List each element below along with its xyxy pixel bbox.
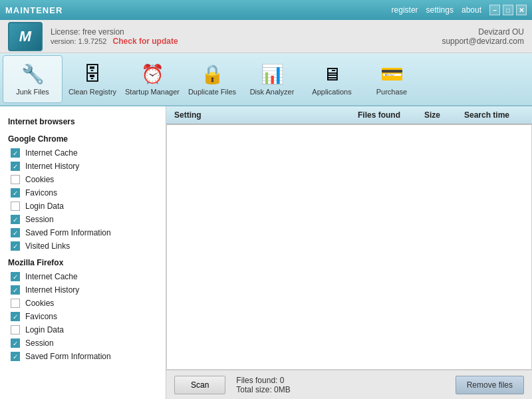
disk-analyzer-icon: 📊 bbox=[261, 63, 284, 85]
scan-button[interactable]: Scan bbox=[174, 376, 225, 394]
remove-files-button[interactable]: Remove files bbox=[456, 376, 524, 394]
item-label: Internet History bbox=[25, 285, 79, 295]
close-button[interactable]: ✕ bbox=[516, 5, 527, 15]
window-controls: – □ ✕ bbox=[489, 5, 527, 15]
junk-files-label: Junk Files bbox=[16, 88, 49, 96]
minimize-button[interactable]: – bbox=[489, 5, 500, 15]
logo-text: M bbox=[19, 28, 31, 45]
checkbox[interactable]: ✓ bbox=[11, 148, 20, 158]
list-item[interactable]: ✓Saved Form Information bbox=[0, 226, 166, 239]
list-item[interactable]: ✓Internet Cache bbox=[0, 270, 166, 283]
register-link[interactable]: register bbox=[392, 5, 418, 15]
col-header-time: Search time bbox=[464, 110, 524, 120]
stats-area: Files found: 0 Total size: 0MB bbox=[236, 376, 290, 394]
list-item[interactable]: ✓Internet History bbox=[0, 160, 166, 173]
toolbar-disk-analyzer[interactable]: 📊 Disk Analyzer bbox=[242, 55, 302, 103]
checkbox[interactable]: ✓ bbox=[11, 215, 20, 224]
titlebar: MAINTENER register settings about – □ ✕ bbox=[0, 0, 532, 20]
toolbar-junk-files[interactable]: 🔧 Junk Files bbox=[3, 55, 63, 103]
total-size-stat: Total size: 0MB bbox=[236, 385, 290, 394]
settings-link[interactable]: settings bbox=[426, 5, 454, 15]
company-info: Devizard OU support@devizard.com bbox=[442, 27, 524, 46]
list-item[interactable]: ✓Favicons bbox=[0, 310, 166, 323]
list-item[interactable]: ✓Session bbox=[0, 213, 166, 226]
toolbar-startup-manager[interactable]: ⏰ Startup Manager bbox=[122, 55, 182, 103]
startup-manager-icon: ⏰ bbox=[141, 63, 164, 85]
item-label: Internet History bbox=[25, 162, 79, 171]
license-line1: License: free version bbox=[51, 27, 442, 37]
col-header-files: Files found bbox=[358, 110, 424, 120]
item-label: Saved Form Information bbox=[25, 352, 111, 361]
duplicate-files-label: Duplicate Files bbox=[188, 88, 236, 96]
about-link[interactable]: about bbox=[462, 5, 481, 15]
toolbar-clean-registry[interactable]: 🗄 Clean Registry bbox=[63, 55, 122, 103]
checkbox[interactable]: ✓ bbox=[11, 338, 20, 348]
titlebar-links: register settings about bbox=[392, 5, 481, 15]
checkbox[interactable]: ✓ bbox=[11, 285, 20, 295]
col-header-setting: Setting bbox=[174, 110, 358, 120]
app-title: MAINTENER bbox=[5, 5, 392, 15]
toolbar-applications[interactable]: 🖥 Applications bbox=[302, 55, 362, 103]
item-label: Cookies bbox=[25, 299, 54, 308]
list-item[interactable]: ✓Visited Links bbox=[0, 239, 166, 253]
item-label: Internet Cache bbox=[25, 272, 78, 281]
files-found-stat: Files found: 0 bbox=[236, 376, 290, 385]
license-info: License: free version version: 1.9.7252 … bbox=[51, 27, 442, 46]
item-label: Cookies bbox=[25, 175, 54, 184]
checkbox[interactable]: ✓ bbox=[11, 272, 20, 281]
item-label: Session bbox=[25, 338, 54, 348]
sidebar-section-title: Internet browsers bbox=[0, 112, 166, 129]
checkbox[interactable]: ✓ bbox=[11, 162, 20, 171]
item-label: Internet Cache bbox=[25, 148, 78, 158]
maximize-button[interactable]: □ bbox=[503, 5, 513, 15]
browser-title: Google Chrome bbox=[0, 129, 166, 146]
company-name: Devizard OU bbox=[442, 27, 524, 37]
sidebar-section: Internet browsersGoogle Chrome✓Internet … bbox=[0, 112, 166, 363]
check-update-link[interactable]: Check for update bbox=[113, 37, 178, 46]
item-label: Login Data bbox=[25, 201, 64, 211]
clean-registry-label: Clean Registry bbox=[68, 88, 116, 96]
right-panel: Setting Files found Size Search time Sca… bbox=[166, 106, 532, 399]
list-item[interactable]: ✓Favicons bbox=[0, 186, 166, 200]
clean-registry-icon: 🗄 bbox=[83, 63, 102, 85]
browser-title: Mozilla Firefox bbox=[0, 253, 166, 270]
list-item[interactable]: Cookies bbox=[0, 297, 166, 310]
checkbox[interactable]: ✓ bbox=[11, 241, 20, 251]
list-item[interactable]: ✓Session bbox=[0, 336, 166, 350]
toolbar: 🔧 Junk Files 🗄 Clean Registry ⏰ Startup … bbox=[0, 53, 532, 106]
app-logo: M bbox=[8, 22, 43, 51]
junk-files-icon: 🔧 bbox=[21, 63, 45, 85]
checkbox[interactable]: ✓ bbox=[11, 312, 20, 321]
license-line2: version: 1.9.7252 Check for update bbox=[51, 37, 442, 46]
list-item[interactable]: Login Data bbox=[0, 200, 166, 213]
disk-analyzer-label: Disk Analyzer bbox=[250, 88, 295, 96]
list-item[interactable]: Login Data bbox=[0, 323, 166, 336]
checkbox[interactable]: ✓ bbox=[11, 188, 20, 198]
version-text: version: 1.9.7252 bbox=[51, 37, 106, 45]
table-header: Setting Files found Size Search time bbox=[166, 106, 532, 124]
list-item[interactable]: ✓Internet History bbox=[0, 283, 166, 297]
checkbox[interactable] bbox=[11, 201, 20, 211]
list-item[interactable]: Cookies bbox=[0, 173, 166, 186]
checkbox[interactable]: ✓ bbox=[11, 228, 20, 237]
applications-icon: 🖥 bbox=[323, 63, 341, 85]
toolbar-purchase[interactable]: 💳 Purchase bbox=[362, 55, 422, 103]
checkbox[interactable]: ✓ bbox=[11, 352, 20, 361]
list-item[interactable]: ✓Internet Cache bbox=[0, 146, 166, 160]
toolbar-duplicate-files[interactable]: 🔒 Duplicate Files bbox=[182, 55, 242, 103]
purchase-label: Purchase bbox=[376, 88, 407, 96]
item-label: Session bbox=[25, 215, 54, 224]
item-label: Visited Links bbox=[25, 241, 70, 251]
col-header-size: Size bbox=[424, 110, 464, 120]
main-content: Internet browsersGoogle Chrome✓Internet … bbox=[0, 106, 532, 399]
item-label: Favicons bbox=[25, 312, 57, 321]
checkbox[interactable] bbox=[11, 299, 20, 308]
checkbox[interactable] bbox=[11, 325, 20, 334]
license-bar: M License: free version version: 1.9.725… bbox=[0, 20, 532, 53]
checkbox[interactable] bbox=[11, 175, 20, 184]
sidebar: Internet browsersGoogle Chrome✓Internet … bbox=[0, 106, 166, 399]
item-label: Saved Form Information bbox=[25, 228, 111, 237]
list-item[interactable]: ✓Saved Form Information bbox=[0, 350, 166, 363]
table-body bbox=[166, 124, 532, 370]
company-email: support@devizard.com bbox=[442, 37, 524, 46]
